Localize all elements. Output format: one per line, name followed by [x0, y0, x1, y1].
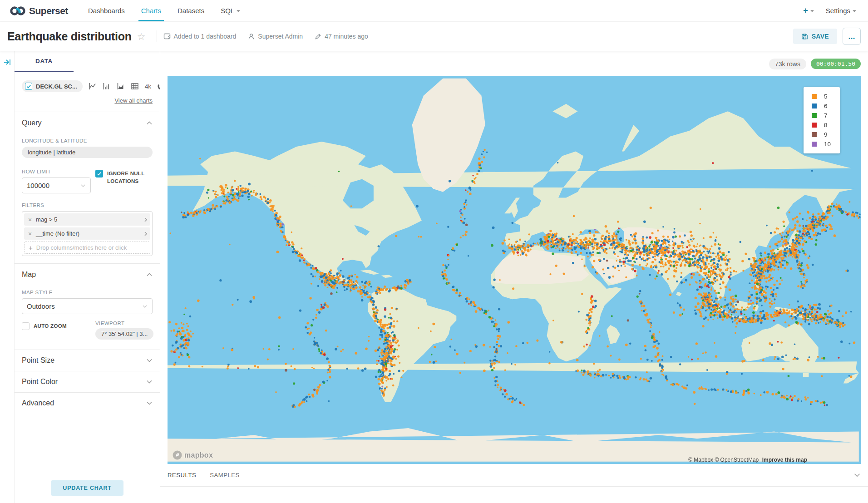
- plus-icon: +: [29, 244, 33, 252]
- checkbox-checked-icon: [25, 83, 32, 90]
- map-style-select[interactable]: Outdoors: [22, 298, 153, 314]
- chevron-up-icon: [146, 272, 153, 277]
- mapbox-mark-icon: [172, 450, 182, 460]
- filters-label: FILTERS: [22, 202, 153, 208]
- nav-charts[interactable]: Charts: [133, 0, 169, 21]
- lonlat-value-chip[interactable]: longitude | latitude: [22, 147, 153, 158]
- row-limit-select[interactable]: 100000: [22, 178, 91, 193]
- dashboard-icon: [163, 33, 171, 40]
- main-area: DATA DECK.GL SC...: [0, 51, 868, 503]
- mapbox-wordmark: mapbox: [184, 451, 213, 459]
- results-tabbar: RESULTS SAMPLES: [160, 464, 868, 487]
- legend-swatch: [812, 94, 817, 99]
- dashboards-added-info[interactable]: Added to 1 dashboard: [163, 33, 237, 40]
- improve-map-link[interactable]: Improve this map: [762, 457, 807, 463]
- favorite-star-icon[interactable]: ☆: [137, 31, 146, 42]
- bar-chart-icon[interactable]: [103, 82, 111, 90]
- collapse-results-icon[interactable]: [853, 473, 861, 478]
- section-divider: [15, 263, 160, 264]
- last-modified-info[interactable]: 47 minutes ago: [315, 33, 368, 40]
- ignore-null-checkbox-row[interactable]: IGNORE NULL LOCATIONS: [95, 170, 157, 185]
- legend-item: 8: [809, 120, 834, 130]
- remove-filter-icon[interactable]: ×: [24, 230, 36, 237]
- advanced-section[interactable]: Advanced: [22, 393, 153, 414]
- deckgl-scatter-map[interactable]: 5678910 mapbox © Mapbox © OpenStreetMap …: [168, 76, 861, 464]
- legend-item: 6: [809, 101, 834, 111]
- viz-type-selected[interactable]: DECK.GL SC...: [22, 80, 83, 92]
- osm-attribution-link[interactable]: © OpenStreetMap: [715, 457, 759, 463]
- filters-container: ×mag > 5×__time (No filter) + Drop colum…: [22, 211, 153, 256]
- view-all-charts-link[interactable]: View all charts: [114, 97, 153, 104]
- viewport-value-chip[interactable]: 7° 35' 54.02" | 3...: [95, 328, 153, 340]
- chevron-up-icon: [146, 121, 153, 125]
- map-section-header[interactable]: Map: [22, 271, 153, 279]
- checkbox-unchecked-icon[interactable]: [22, 322, 30, 330]
- chevron-down-icon: [142, 305, 148, 308]
- row-count-badge: 73k rows: [769, 59, 806, 69]
- panel-tabbar: DATA: [15, 51, 160, 72]
- panel-collapse-strip: [0, 51, 15, 503]
- viz-4k-badge[interactable]: 4k: [145, 83, 151, 90]
- point-color-section[interactable]: Point Color: [22, 371, 153, 392]
- chevron-down-icon: [146, 358, 153, 363]
- chart-header: Earthquake distribution ☆ Added to 1 das…: [0, 22, 868, 51]
- nav-datasets[interactable]: Datasets: [169, 0, 212, 21]
- filter-chip[interactable]: ×mag > 5: [24, 213, 150, 226]
- panel-footer: UPDATE CHART: [22, 476, 153, 503]
- tab-samples[interactable]: SAMPLES: [210, 472, 240, 478]
- more-actions-button[interactable]: ...: [843, 28, 861, 45]
- badges-row: 73k rows 00:00:01.50: [160, 51, 868, 76]
- settings-menu[interactable]: Settings: [826, 7, 856, 15]
- chevron-down-icon: [853, 10, 856, 12]
- tab-results[interactable]: RESULTS: [168, 472, 196, 478]
- filter-rows: ×mag > 5×__time (No filter): [24, 213, 150, 240]
- viz-type-row: DECK.GL SC... 4k: [22, 80, 153, 92]
- tab-data[interactable]: DATA: [15, 51, 74, 72]
- ignore-null-label: IGNORE NULL LOCATIONS: [107, 170, 157, 185]
- chart-content: 73k rows 00:00:01.50 5678910 mapbox © Ma…: [160, 51, 868, 503]
- point-size-section[interactable]: Point Size: [22, 350, 153, 371]
- panel-body: DECK.GL SC... 4k: [15, 72, 160, 503]
- map-legend: 5678910: [804, 87, 840, 153]
- auto-zoom-checkbox-row[interactable]: AUTO ZOOM: [22, 322, 91, 330]
- chevron-right-icon: [144, 231, 148, 237]
- map-attribution: © Mapbox © OpenStreetMap Improve this ma…: [688, 457, 807, 463]
- header-divider: [157, 30, 157, 42]
- filters-drop-zone[interactable]: + Drop columns/metrics here or click: [24, 242, 150, 254]
- owner-info[interactable]: Superset Admin: [248, 33, 303, 40]
- chart-title: Earthquake distribution: [7, 30, 132, 43]
- nav-sql[interactable]: SQL: [212, 0, 248, 21]
- expand-panel-icon[interactable]: [3, 58, 12, 67]
- chevron-down-icon: [146, 401, 153, 405]
- mapbox-logo[interactable]: mapbox: [172, 450, 213, 460]
- viewport-label: VIEWPORT: [95, 321, 153, 326]
- query-section-header[interactable]: Query: [22, 119, 153, 127]
- chevron-down-icon: [80, 184, 86, 187]
- legend-item: 9: [809, 130, 834, 139]
- checkbox-checked-icon[interactable]: [95, 170, 103, 178]
- chevron-right-icon: [144, 217, 148, 222]
- query-timer-badge: 00:00:01.50: [811, 59, 861, 69]
- new-item-button[interactable]: +: [803, 6, 814, 15]
- superset-logo[interactable]: Superset: [0, 0, 80, 21]
- chevron-down-icon: [146, 380, 153, 384]
- mapbox-attribution-link[interactable]: © Mapbox: [688, 457, 713, 463]
- donut-chart-icon[interactable]: [157, 82, 160, 90]
- save-button[interactable]: SAVE: [793, 29, 837, 44]
- remove-filter-icon[interactable]: ×: [24, 216, 36, 223]
- table-icon[interactable]: [131, 82, 139, 90]
- update-chart-button[interactable]: UPDATE CHART: [51, 480, 123, 496]
- nav-dashboards[interactable]: Dashboards: [80, 0, 133, 21]
- chart-meta: Added to 1 dashboard Superset Admin 47 m…: [163, 33, 368, 40]
- top-navbar: Superset Dashboards Charts Datasets SQL …: [0, 0, 868, 22]
- legend-swatch: [812, 132, 817, 137]
- legend-swatch: [812, 142, 817, 147]
- chevron-down-icon: [810, 10, 814, 12]
- legend-swatch: [812, 104, 817, 108]
- legend-item: 5: [809, 92, 834, 101]
- save-disk-icon: [801, 33, 808, 40]
- area-chart-icon[interactable]: [117, 82, 125, 90]
- filter-chip[interactable]: ×__time (No filter): [24, 227, 150, 240]
- line-chart-icon[interactable]: [89, 82, 97, 90]
- legend-item: 10: [809, 139, 834, 149]
